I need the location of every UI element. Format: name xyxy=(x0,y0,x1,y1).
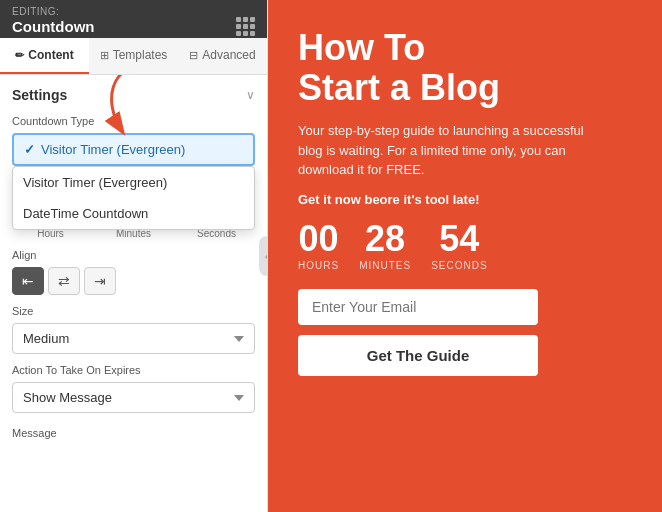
countdown-hours-label: HOURS xyxy=(298,260,339,271)
countdown-hours-value: 00 xyxy=(298,221,339,257)
panel-content: Settings ∨ Countdown Type ✓ Visitor Time… xyxy=(0,75,267,512)
editing-header: EDITING: Countdown xyxy=(0,0,267,38)
cta-button[interactable]: Get The Guide xyxy=(298,335,538,376)
advanced-icon: ⊟ xyxy=(189,49,198,62)
countdown-type-dropdown[interactable]: ✓ Visitor Timer (Evergreen) Visitor Time… xyxy=(12,133,255,166)
size-label: Size xyxy=(12,305,255,317)
templates-icon: ⊞ xyxy=(100,49,109,62)
countdown-minutes: 28 MINUTES xyxy=(359,221,411,271)
blog-title: How To Start a Blog xyxy=(298,28,500,107)
tab-content[interactable]: ✏ Content xyxy=(0,38,89,74)
checkmark-icon: ✓ xyxy=(24,142,35,157)
resize-handle[interactable] xyxy=(259,236,268,276)
dropdown-value: Visitor Timer (Evergreen) xyxy=(41,142,185,157)
dropdown-selected[interactable]: ✓ Visitor Timer (Evergreen) xyxy=(12,133,255,166)
align-center-button[interactable]: ⇄ xyxy=(48,267,80,295)
message-label: Message xyxy=(12,427,255,439)
urgency-text: Get it now beore it's tool late! xyxy=(298,192,480,207)
countdown-seconds-label: SECONDS xyxy=(431,260,487,271)
countdown-type-label: Countdown Type xyxy=(12,115,255,127)
countdown-minutes-value: 28 xyxy=(359,221,411,257)
blog-title-line2: Start a Blog xyxy=(298,67,500,108)
dropdown-menu: Visitor Timer (Evergreen) DateTime Count… xyxy=(12,166,255,230)
align-left-button[interactable]: ⇤ xyxy=(12,267,44,295)
dropdown-option-evergreen[interactable]: Visitor Timer (Evergreen) xyxy=(13,167,254,198)
countdown-row: 00 HOURS 28 MINUTES 54 SECONDS xyxy=(298,221,488,271)
tab-templates-label: Templates xyxy=(113,48,168,62)
tab-advanced[interactable]: ⊟ Advanced xyxy=(178,38,267,74)
dropdown-option-datetime[interactable]: DateTime Countdown xyxy=(13,198,254,229)
blog-description: Your step-by-step guide to launching a s… xyxy=(298,121,608,180)
countdown-seconds-value: 54 xyxy=(431,221,487,257)
panel-title: Countdown xyxy=(12,18,94,35)
chevron-down-icon[interactable]: ∨ xyxy=(246,88,255,102)
tab-advanced-label: Advanced xyxy=(202,48,255,62)
align-buttons: ⇤ ⇄ ⇥ xyxy=(12,267,255,295)
settings-title: Settings xyxy=(12,87,67,103)
tabs-row: ✏ Content ⊞ Templates ⊟ Advanced xyxy=(0,38,267,75)
tab-content-label: Content xyxy=(28,48,73,62)
editing-label: EDITING: xyxy=(12,6,59,17)
align-right-button[interactable]: ⇥ xyxy=(84,267,116,295)
size-select[interactable]: Small Medium Large xyxy=(12,323,255,354)
email-input[interactable] xyxy=(298,289,538,325)
pencil-icon: ✏ xyxy=(15,49,24,62)
align-label: Align xyxy=(12,249,255,261)
left-panel: EDITING: Countdown ✏ Content ⊞ Templates… xyxy=(0,0,268,512)
blog-title-line1: How To xyxy=(298,27,425,68)
right-panel: How To Start a Blog Your step-by-step gu… xyxy=(268,0,662,512)
countdown-hours: 00 HOURS xyxy=(298,221,339,271)
settings-section-header: Settings ∨ xyxy=(12,87,255,103)
countdown-minutes-label: MINUTES xyxy=(359,260,411,271)
tab-templates[interactable]: ⊞ Templates xyxy=(89,38,178,74)
grid-icon[interactable] xyxy=(236,17,255,36)
countdown-seconds: 54 SECONDS xyxy=(431,221,487,271)
action-select[interactable]: Show Message Redirect URL xyxy=(12,382,255,413)
action-label: Action To Take On Expires xyxy=(12,364,255,376)
